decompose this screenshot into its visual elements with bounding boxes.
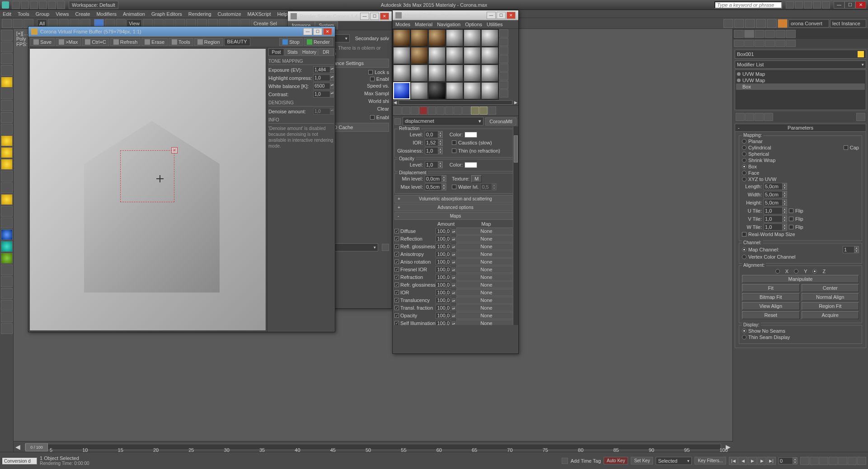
map-amount[interactable]: 100,0	[436, 312, 451, 319]
me-uv-icon[interactable]	[499, 55, 508, 63]
uflip-check[interactable]	[789, 209, 793, 213]
menu-edit[interactable]: Edit	[3, 11, 11, 17]
qat-new-icon[interactable]	[12, 1, 20, 9]
map-enable-check[interactable]: ✓	[394, 313, 399, 318]
tb-schematic-icon[interactable]	[734, 19, 744, 28]
add-time-tag[interactable]: Add Time Tag	[571, 458, 601, 464]
map-slot-button[interactable]: None	[456, 312, 516, 319]
me-menu-utilities[interactable]: Utilities	[487, 22, 502, 27]
width-spinner[interactable]: ▴▾	[764, 191, 787, 198]
menu-modifiers[interactable]: Modifiers	[96, 11, 117, 17]
tab-create-icon[interactable]	[734, 30, 744, 38]
script-listener[interactable]: Conversion d	[2, 457, 37, 464]
length-spinner[interactable]: ▴▾	[764, 183, 787, 190]
disp-min-spinner[interactable]: ▴▾	[425, 175, 446, 182]
sub-help-icon[interactable]	[786, 40, 796, 47]
map-slot-button[interactable]: None	[456, 235, 516, 242]
qat-redo-icon[interactable]	[48, 1, 56, 9]
map-slot-button[interactable]: None	[456, 289, 516, 296]
lt-misc2-icon[interactable]	[1, 288, 13, 299]
map-amount[interactable]: 100,0	[436, 305, 451, 311]
object-color-swatch[interactable]	[858, 51, 864, 57]
lt-helper3-icon[interactable]	[1, 241, 13, 252]
timetag-icon[interactable]	[562, 458, 568, 464]
sub-pin-icon[interactable]	[734, 40, 744, 47]
cap-check[interactable]	[844, 145, 848, 150]
fov-icon[interactable]	[848, 457, 857, 465]
material-slot[interactable]	[393, 65, 410, 82]
material-slot[interactable]	[464, 82, 481, 99]
me-background-icon[interactable]	[499, 46, 508, 55]
region-fit-button[interactable]: Region Fit	[802, 302, 859, 310]
material-slot[interactable]	[446, 65, 463, 82]
water-check[interactable]	[452, 185, 456, 189]
radio-planar[interactable]	[742, 139, 746, 144]
lt-plant-icon[interactable]	[1, 253, 13, 264]
menu-rendering[interactable]: Rendering	[188, 11, 211, 17]
map-enable-check[interactable]: ✓	[394, 267, 399, 272]
menu-customize[interactable]: Customize	[218, 11, 241, 17]
radio-spherical[interactable]	[742, 152, 746, 156]
radio-cylindrical[interactable]	[742, 145, 746, 150]
adv-rollout-header[interactable]: Advanced options	[394, 204, 516, 211]
me-pick-icon[interactable]	[394, 118, 401, 125]
play-icon[interactable]: ▶	[748, 457, 757, 465]
map-enable-check[interactable]: ✓	[394, 237, 399, 241]
exposure-spinner[interactable]: ▴▾	[313, 66, 334, 73]
menu-graph-editors[interactable]: Graph Editors	[151, 11, 182, 17]
map-enable-check[interactable]: ✓	[394, 290, 399, 295]
material-slot[interactable]	[446, 29, 463, 46]
material-slot[interactable]	[428, 29, 446, 46]
menu-group[interactable]: Group	[36, 11, 50, 17]
lt-helper2-icon[interactable]	[1, 229, 13, 240]
stack-item[interactable]: UVW Map	[736, 77, 865, 84]
material-slot[interactable]	[446, 47, 463, 64]
map-slot-button[interactable]: None	[456, 258, 516, 265]
vfb-min-button[interactable]: —	[303, 28, 312, 35]
vfb-tab-history[interactable]: History	[301, 48, 318, 56]
map-slot-button[interactable]: None	[456, 266, 516, 273]
vfb-pass-combo[interactable]: BEAUTY	[224, 38, 250, 46]
tb-render-icon[interactable]	[778, 19, 788, 28]
lt-particles-icon[interactable]	[1, 206, 13, 217]
tb-curve-editor-icon[interactable]	[723, 19, 733, 28]
normal-align-button[interactable]: Normal Align	[802, 293, 859, 301]
lt-help-icon[interactable]	[1, 323, 13, 334]
material-slot[interactable]	[411, 82, 428, 99]
me-matlib-icon[interactable]	[499, 89, 508, 98]
tb-render-frame-icon[interactable]	[767, 19, 777, 28]
material-slot[interactable]	[481, 29, 498, 46]
map-amount[interactable]: 100,0	[436, 289, 451, 296]
me-show-map-icon[interactable]	[462, 107, 470, 115]
qat-open-icon[interactable]	[21, 1, 29, 9]
material-type-button[interactable]: CoronaMtl	[485, 117, 516, 125]
max-viewport-icon[interactable]	[857, 457, 866, 465]
me-put-icon[interactable]	[402, 107, 410, 115]
matedit-titlebar[interactable]: Material Editor - displacmenet —☐✕	[393, 10, 518, 20]
vfb-tomax-button[interactable]: >Max	[56, 38, 81, 46]
material-slot[interactable]	[464, 29, 481, 46]
rs-enable2-check[interactable]	[370, 115, 375, 120]
pan-icon[interactable]	[819, 457, 828, 465]
vfb-erase-button[interactable]: Erase	[141, 38, 168, 46]
radio-mapchannel[interactable]	[742, 247, 746, 252]
sub-config-icon[interactable]	[744, 40, 754, 47]
map-enable-check[interactable]: ✓	[394, 321, 399, 325]
material-name-combo[interactable]: displacmenet▾	[403, 117, 483, 125]
config-stack-icon[interactable]	[856, 113, 865, 121]
vflip-check[interactable]	[789, 217, 793, 221]
render-setup-titlebar[interactable]: Render Setup: Corona 1.4 —☐✕	[288, 11, 392, 21]
pin-stack-icon[interactable]	[736, 113, 745, 121]
material-slot[interactable]	[481, 65, 498, 82]
vtile-spinner[interactable]: ▴▾	[764, 215, 787, 223]
radio-shrink[interactable]	[742, 158, 746, 163]
rs-max-button[interactable]: ☐	[370, 13, 379, 20]
tab-hierarchy-icon[interactable]	[755, 30, 765, 38]
acquire-button[interactable]: Acquire	[802, 311, 859, 319]
slot-scrollbar[interactable]	[399, 100, 512, 105]
radio-xyz[interactable]	[742, 177, 746, 181]
map-amount[interactable]: 100,0	[436, 274, 451, 280]
modifier-stack[interactable]: UVW Map UVW Map Box	[735, 70, 866, 110]
map-enable-check[interactable]: ✓	[394, 298, 399, 302]
setkey-button[interactable]: Set Key	[631, 457, 653, 464]
